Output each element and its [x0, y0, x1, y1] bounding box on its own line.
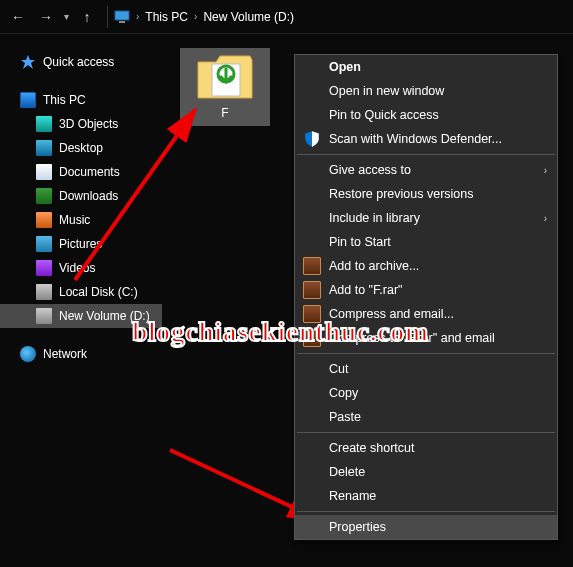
sidebar-item-music[interactable]: Music [0, 208, 162, 232]
downloads-icon [36, 188, 52, 204]
menu-open-new-window[interactable]: Open in new window [295, 79, 557, 103]
menu-separator [297, 353, 555, 354]
menu-paste[interactable]: Paste [295, 405, 557, 429]
chevron-right-icon: › [544, 165, 547, 176]
videos-icon [36, 260, 52, 276]
archive-icon [303, 305, 321, 323]
forward-button[interactable]: → [32, 3, 60, 31]
menu-delete[interactable]: Delete [295, 460, 557, 484]
drive-icon [36, 308, 52, 324]
menu-pin-start[interactable]: Pin to Start [295, 230, 557, 254]
sidebar-item-label: Downloads [59, 189, 118, 203]
crumb-new-volume[interactable]: New Volume (D:) [203, 10, 294, 24]
sidebar-item-label: New Volume (D:) [59, 309, 150, 323]
sidebar-item-label: Desktop [59, 141, 103, 155]
menu-rename[interactable]: Rename [295, 484, 557, 508]
back-button[interactable]: ← [4, 3, 32, 31]
pictures-icon [36, 236, 52, 252]
folder-item[interactable]: F [180, 48, 270, 126]
menu-give-access-to[interactable]: Give access to› [295, 158, 557, 182]
menu-add-archive[interactable]: Add to archive... [295, 254, 557, 278]
chevron-right-icon: › [194, 11, 197, 22]
archive-icon [303, 257, 321, 275]
network-icon [20, 346, 36, 362]
archive-icon [303, 281, 321, 299]
sidebar-item-documents[interactable]: Documents [0, 160, 162, 184]
sidebar-item-network[interactable]: Network [0, 342, 162, 366]
folder-label: F [221, 106, 228, 120]
sidebar-item-label: Local Disk (C:) [59, 285, 138, 299]
menu-restore-previous[interactable]: Restore previous versions [295, 182, 557, 206]
menu-open[interactable]: Open [295, 55, 557, 79]
svg-marker-2 [21, 55, 35, 69]
context-menu: Open Open in new window Pin to Quick acc… [294, 54, 558, 540]
svg-rect-1 [119, 21, 125, 23]
separator [107, 6, 108, 28]
sidebar-item-quick-access[interactable]: Quick access [0, 50, 162, 74]
sidebar-item-label: Videos [59, 261, 95, 275]
sidebar-item-label: 3D Objects [59, 117, 118, 131]
drive-icon [36, 284, 52, 300]
menu-properties[interactable]: Properties [295, 515, 557, 539]
menu-create-shortcut[interactable]: Create shortcut [295, 436, 557, 460]
sidebar-item-label: Quick access [43, 55, 114, 69]
sidebar-item-this-pc[interactable]: This PC [0, 88, 162, 112]
star-icon [20, 54, 36, 70]
menu-copy[interactable]: Copy [295, 381, 557, 405]
svg-rect-0 [115, 11, 129, 20]
menu-compress-email[interactable]: Compress and email... [295, 302, 557, 326]
menu-separator [297, 154, 555, 155]
sidebar-item-label: This PC [43, 93, 86, 107]
sidebar-item-pictures[interactable]: Pictures [0, 232, 162, 256]
menu-compress-rar-email[interactable]: Compress to "F.rar" and email [295, 326, 557, 350]
sidebar-item-label: Documents [59, 165, 120, 179]
navigation-toolbar: ← → ▾ ↑ › This PC › New Volume (D:) [0, 0, 573, 34]
sidebar-item-label: Pictures [59, 237, 102, 251]
menu-include-library[interactable]: Include in library› [295, 206, 557, 230]
menu-separator [297, 511, 555, 512]
folder-icon [196, 54, 254, 102]
chevron-right-icon: › [136, 11, 139, 22]
sidebar-item-new-volume-d[interactable]: New Volume (D:) [0, 304, 162, 328]
sidebar-item-label: Network [43, 347, 87, 361]
menu-pin-quick-access[interactable]: Pin to Quick access [295, 103, 557, 127]
menu-cut[interactable]: Cut [295, 357, 557, 381]
up-button[interactable]: ↑ [73, 3, 101, 31]
music-icon [36, 212, 52, 228]
breadcrumb[interactable]: › This PC › New Volume (D:) [114, 10, 294, 24]
menu-separator [297, 432, 555, 433]
sidebar-item-3d-objects[interactable]: 3D Objects [0, 112, 162, 136]
menu-scan-defender[interactable]: Scan with Windows Defender... [295, 127, 557, 151]
sidebar-item-videos[interactable]: Videos [0, 256, 162, 280]
navigation-sidebar: Quick access This PC 3D Objects Desktop … [0, 34, 162, 567]
sidebar-item-local-disk-c[interactable]: Local Disk (C:) [0, 280, 162, 304]
sidebar-item-label: Music [59, 213, 90, 227]
sidebar-item-downloads[interactable]: Downloads [0, 184, 162, 208]
menu-add-to-rar[interactable]: Add to "F.rar" [295, 278, 557, 302]
cube-icon [36, 116, 52, 132]
shield-icon [303, 130, 321, 148]
sidebar-item-desktop[interactable]: Desktop [0, 136, 162, 160]
chevron-right-icon: › [544, 213, 547, 224]
pc-icon [20, 92, 36, 108]
desktop-icon [36, 140, 52, 156]
history-dropdown-icon[interactable]: ▾ [64, 11, 69, 22]
pc-icon [114, 10, 130, 24]
crumb-this-pc[interactable]: This PC [145, 10, 188, 24]
documents-icon [36, 164, 52, 180]
archive-icon [303, 329, 321, 347]
